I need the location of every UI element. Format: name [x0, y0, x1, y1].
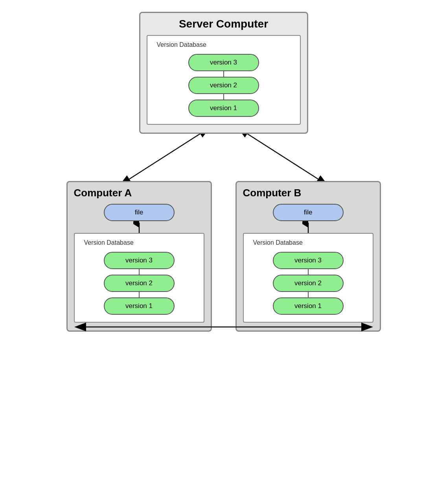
server-version-3: version 3: [188, 54, 259, 71]
computer-a-file: file: [104, 204, 175, 221]
computer-b-file: file: [273, 204, 344, 221]
computer-a-db-box: Version Database version 3 version 2 ver…: [74, 233, 204, 323]
server-connector-2-1: [223, 94, 224, 100]
computer-b-version-1: version 1: [273, 297, 344, 315]
a-file-db-arrow-svg: [133, 221, 145, 233]
computer-b-db-box: Version Database version 3 version 2 ver…: [243, 233, 373, 323]
server-computer-box: Server Computer Version Database version…: [139, 12, 308, 134]
server-connector-3-2: [223, 71, 224, 77]
server-client-arrows-svg: [66, 134, 381, 181]
b-connector-3-2: [308, 269, 309, 275]
computer-b-version-3: version 3: [273, 252, 344, 269]
b-file-db-arrow-svg: [302, 221, 314, 233]
svg-line-7: [247, 134, 318, 179]
bottom-clients-row: Computer A file Version Database version…: [8, 181, 439, 332]
computer-b-version-2: version 2: [273, 275, 344, 292]
diagram-container: Server Computer Version Database version…: [0, 0, 447, 504]
computer-a-title: Computer A: [74, 187, 132, 199]
computer-a-version-1: version 1: [104, 297, 175, 315]
server-title: Server Computer: [179, 18, 268, 30]
server-to-clients-arrows: [8, 134, 439, 181]
computer-a-version-3: version 3: [104, 252, 175, 269]
a-file-db-arrow-container: [74, 221, 204, 233]
server-db-box: Version Database version 3 version 2 ver…: [147, 35, 301, 125]
computer-b-box: Computer B file Version Database version…: [235, 181, 381, 332]
server-version-2: version 2: [188, 77, 259, 94]
computer-b-db-label: Version Database: [253, 239, 303, 246]
b-connector-2-1: [308, 292, 309, 297]
server-db-label: Version Database: [157, 41, 206, 48]
computer-a-db-label: Version Database: [84, 239, 134, 246]
computer-a-version-2: version 2: [104, 275, 175, 292]
b-file-db-arrow-container: [243, 221, 373, 233]
server-version-1: version 1: [188, 100, 259, 117]
a-connector-3-2: [139, 269, 140, 275]
computer-b-title: Computer B: [243, 187, 302, 199]
a-connector-2-1: [139, 292, 140, 297]
computer-a-box: Computer A file Version Database version…: [66, 181, 212, 332]
svg-line-6: [129, 134, 200, 179]
